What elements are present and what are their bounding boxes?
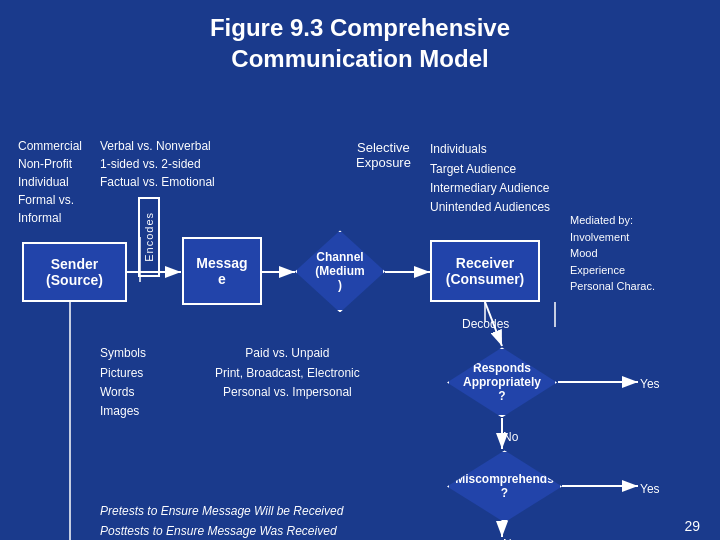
miscomprehends-diamond: Miscomprehends?	[447, 450, 562, 522]
page-title: Figure 9.3 Comprehensive Communication M…	[0, 0, 720, 82]
responds-diamond: RespondsAppropriately?	[447, 347, 557, 417]
mediated-box: Mediated by: Involvement Mood Experience…	[570, 212, 655, 295]
symbols-line4: Images	[100, 402, 146, 421]
miscomp-label: Miscomprehends?	[447, 472, 562, 500]
left-col-line5: Informal	[18, 209, 82, 227]
symbols-column: Symbols Pictures Words Images	[100, 344, 146, 421]
paid-line2: Print, Broadcast, Electronic	[215, 364, 360, 383]
receiver-label: Receiver(Consumer)	[446, 255, 525, 287]
posttest-line2: Posttests to Ensure Message Was Received	[100, 522, 343, 540]
symbols-line3: Words	[100, 383, 146, 402]
individuals-line2: Target Audience	[430, 160, 550, 179]
responds-label: RespondsAppropriately?	[453, 361, 551, 403]
selective-line1: Selective	[356, 140, 411, 155]
paid-line1: Paid vs. Unpaid	[215, 344, 360, 363]
paid-line3: Personal vs. Impersonal	[215, 383, 360, 402]
symbols-line2: Pictures	[100, 364, 146, 383]
left-col-line4: Formal vs.	[18, 191, 82, 209]
verbal-line3: Factual vs. Emotional	[100, 173, 215, 191]
intermediary-audience: Intermediary Audience	[430, 179, 550, 198]
pretests-text: Pretests to Ensure Message Will be Recei…	[100, 502, 343, 540]
sender-box: Sender(Source)	[22, 242, 127, 302]
no-label-1: No	[503, 430, 518, 444]
mediated-line5: Personal Charac.	[570, 278, 655, 295]
encodes-box: Encodes	[138, 197, 160, 277]
left-column: Commercial Non-Profit Individual Formal …	[18, 137, 82, 227]
verbal-line2: 1-sided vs. 2-sided	[100, 155, 215, 173]
message-box: Message	[182, 237, 262, 305]
receiver-box: Receiver(Consumer)	[430, 240, 540, 302]
sender-label: Sender(Source)	[46, 256, 103, 288]
left-col-line3: Individual	[18, 173, 82, 191]
symbols-line1: Symbols	[100, 344, 146, 363]
mediated-line2: Involvement	[570, 229, 655, 246]
individuals-line1: Individuals	[430, 140, 550, 159]
paid-column: Paid vs. Unpaid Print, Broadcast, Electr…	[215, 344, 360, 402]
decodes-label: Decodes	[462, 317, 509, 331]
verbal-column: Verbal vs. Nonverbal 1-sided vs. 2-sided…	[100, 137, 215, 191]
selective-line2: Exposure	[356, 155, 411, 170]
channel-label: Channel(Medium)	[315, 250, 364, 292]
left-col-line1: Commercial	[18, 137, 82, 155]
yes-label-1: Yes	[640, 377, 660, 391]
message-label: Message	[196, 255, 247, 287]
mediated-line3: Mood	[570, 245, 655, 262]
verbal-line1: Verbal vs. Nonverbal	[100, 137, 215, 155]
mediated-line4: Experience	[570, 262, 655, 279]
yes-label-2: Yes	[640, 482, 660, 496]
diagram-area: Commercial Non-Profit Individual Formal …	[0, 82, 720, 540]
channel-diamond: Channel(Medium)	[295, 230, 385, 312]
individuals-column: Individuals Target Audience Intermediary…	[430, 140, 550, 217]
title-line1: Figure 9.3 Comprehensive	[210, 14, 510, 41]
mediated-line1: Mediated by:	[570, 212, 655, 229]
selective-exposure: Selective Exposure	[356, 140, 411, 170]
title-line2: Communication Model	[231, 45, 488, 72]
left-col-line2: Non-Profit	[18, 155, 82, 173]
pretest-line1: Pretests to Ensure Message Will be Recei…	[100, 502, 343, 521]
encodes-label: Encodes	[143, 212, 155, 262]
page-number: 29	[684, 518, 700, 534]
unintended-audiences: Unintended Audiences	[430, 198, 550, 217]
